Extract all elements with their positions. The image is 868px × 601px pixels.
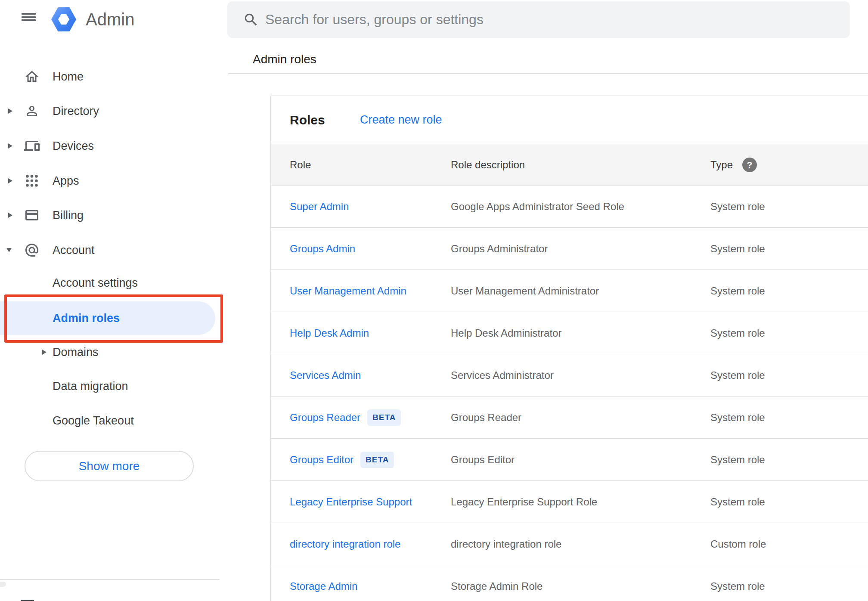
role-link[interactable]: User Management Admin: [290, 285, 406, 297]
role-link[interactable]: Groups Editor: [290, 454, 353, 466]
sidebar-item-account[interactable]: Account: [0, 240, 228, 260]
column-header-description: Role description: [451, 144, 525, 186]
expand-arrow-icon[interactable]: [8, 178, 12, 183]
role-description: Legacy Enterprise Support Role: [451, 481, 597, 523]
sidebar-item-home[interactable]: Home: [0, 66, 228, 87]
role-type: System role: [710, 312, 765, 354]
create-new-role-link[interactable]: Create new role: [360, 96, 442, 144]
annotation-box: [4, 294, 223, 343]
role-link[interactable]: Legacy Enterprise Support: [290, 496, 412, 508]
sidebar-item-billing[interactable]: Billing: [0, 205, 228, 226]
show-more-button[interactable]: Show more: [25, 451, 194, 481]
table-row: Storage Admin Storage Admin Role System …: [271, 565, 868, 601]
sidebar-item-domains[interactable]: Domains: [0, 342, 228, 362]
role-description: Storage Admin Role: [451, 565, 542, 601]
breadcrumb: Admin roles: [253, 52, 316, 67]
roles-card-header: Roles Create new role: [271, 96, 868, 144]
role-type: System role: [710, 439, 765, 480]
role-link[interactable]: Groups Reader: [290, 412, 360, 424]
beta-badge: BETA: [360, 452, 394, 468]
table-row: Services Admin Services Administrator Sy…: [271, 354, 868, 397]
role-type: System role: [710, 186, 765, 227]
app-title: Admin: [86, 10, 134, 29]
role-description: directory integration role: [451, 523, 561, 565]
role-link[interactable]: Groups Admin: [290, 243, 355, 255]
column-header-role: Role: [290, 144, 311, 186]
column-header-type: Type ?: [710, 144, 757, 186]
role-type: System role: [710, 228, 765, 270]
admin-console-page: Admin Home Directory Devices Apps Billin…: [0, 0, 868, 601]
role-description: Groups Editor: [451, 439, 515, 480]
table-header: Role Role description Type ?: [271, 144, 868, 186]
table-row: User Management Admin User Management Ad…: [271, 270, 868, 312]
search-input[interactable]: Search for users, groups or settings: [227, 1, 850, 38]
expand-arrow-icon[interactable]: [8, 213, 12, 218]
table-row: Groups ReaderBETA Groups Reader System r…: [271, 397, 868, 439]
sidebar-fragment: [0, 582, 6, 587]
home-icon: [24, 69, 40, 84]
beta-badge: BETA: [367, 409, 401, 426]
admin-logo-icon: [51, 7, 76, 31]
table-row: Groups EditorBETA Groups Editor System r…: [271, 439, 868, 481]
sidebar-item-account-settings[interactable]: Account settings: [0, 273, 228, 293]
at-sign-icon: [24, 242, 40, 258]
expand-arrow-icon[interactable]: [8, 143, 12, 149]
role-description: Services Administrator: [451, 354, 554, 396]
table-row: directory integration role directory int…: [271, 523, 868, 565]
collapse-arrow-icon[interactable]: [6, 248, 12, 252]
table-row: Groups Admin Groups Administrator System…: [271, 228, 868, 270]
role-type: System role: [710, 397, 765, 438]
sidebar-item-directory[interactable]: Directory: [0, 101, 228, 121]
expand-arrow-icon[interactable]: [42, 350, 46, 355]
role-type: System role: [710, 565, 765, 601]
section-title: Roles: [290, 96, 325, 144]
role-description: Groups Administrator: [451, 228, 548, 270]
apps-grid-icon: [24, 173, 40, 189]
admin-logo: Admin: [51, 7, 134, 31]
devices-icon: [24, 138, 40, 154]
role-link[interactable]: Storage Admin: [290, 580, 357, 592]
help-icon[interactable]: ?: [742, 158, 757, 172]
header-divider: [228, 73, 868, 74]
sidebar-divider: [0, 579, 220, 580]
role-type: System role: [710, 354, 765, 396]
role-description: Google Apps Administrator Seed Role: [451, 186, 624, 227]
sidebar-item-google-takeout[interactable]: Google Takeout: [0, 410, 228, 431]
role-link[interactable]: Help Desk Admin: [290, 327, 369, 339]
role-description: Help Desk Administrator: [451, 312, 561, 354]
role-type: Custom role: [710, 523, 766, 565]
search-icon: [243, 12, 259, 28]
role-link[interactable]: Services Admin: [290, 369, 361, 381]
role-link[interactable]: directory integration role: [290, 538, 400, 550]
table-row: Super Admin Google Apps Administrator Se…: [271, 186, 868, 228]
role-type: System role: [710, 481, 765, 523]
person-icon: [24, 103, 40, 119]
role-description: Groups Reader: [451, 397, 521, 438]
credit-card-icon: [24, 208, 40, 223]
role-type: System role: [710, 270, 765, 312]
role-description: User Management Administrator: [451, 270, 599, 312]
sidebar-item-data-migration[interactable]: Data migration: [0, 376, 228, 397]
menu-icon[interactable]: [22, 13, 36, 21]
role-link[interactable]: Super Admin: [290, 201, 349, 213]
table-row: Help Desk Admin Help Desk Administrator …: [271, 312, 868, 354]
search-placeholder: Search for users, groups or settings: [265, 1, 484, 38]
table-row: Legacy Enterprise Support Legacy Enterpr…: [271, 481, 868, 523]
sidebar-item-apps[interactable]: Apps: [0, 170, 228, 191]
expand-arrow-icon[interactable]: [8, 108, 12, 114]
sidebar-item-devices[interactable]: Devices: [0, 136, 228, 156]
roles-card: Roles Create new role Role Role descript…: [270, 96, 868, 601]
